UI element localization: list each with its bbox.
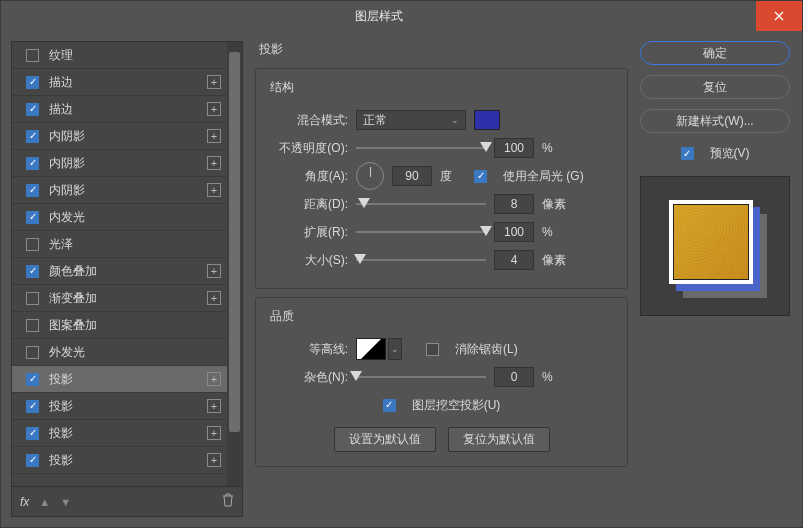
size-input[interactable]: 4 — [494, 250, 534, 270]
effect-label: 投影 — [49, 398, 207, 415]
add-effect-icon[interactable]: + — [207, 453, 221, 467]
add-effect-icon[interactable]: + — [207, 264, 221, 278]
global-light-checkbox[interactable]: 使用全局光 (G) — [474, 168, 584, 185]
effect-row[interactable]: 颜色叠加+ — [12, 258, 227, 285]
add-effect-icon[interactable]: + — [207, 156, 221, 170]
effect-checkbox[interactable] — [26, 454, 39, 467]
effects-list: 纹理描边+描边+内阴影+内阴影+内阴影+内发光光泽颜色叠加+渐变叠加+图案叠加外… — [12, 42, 242, 486]
effect-checkbox[interactable] — [26, 184, 39, 197]
add-effect-icon[interactable]: + — [207, 399, 221, 413]
blend-mode-label: 混合模式: — [270, 112, 348, 129]
effect-row[interactable]: 内阴影+ — [12, 177, 227, 204]
effect-row[interactable]: 内发光 — [12, 204, 227, 231]
effect-checkbox[interactable] — [26, 211, 39, 224]
spread-slider[interactable] — [356, 224, 486, 240]
add-effect-icon[interactable]: + — [207, 183, 221, 197]
effect-checkbox[interactable] — [26, 373, 39, 386]
effect-label: 光泽 — [49, 236, 221, 253]
opacity-input[interactable]: 100 — [494, 138, 534, 158]
effect-checkbox[interactable] — [26, 103, 39, 116]
opacity-unit: % — [542, 141, 568, 155]
effect-label: 渐变叠加 — [49, 290, 207, 307]
size-unit: 像素 — [542, 252, 568, 269]
effect-checkbox[interactable] — [26, 427, 39, 440]
knockout-label: 图层挖空投影(U) — [412, 397, 501, 414]
noise-slider[interactable] — [356, 369, 486, 385]
effect-row[interactable]: 投影+ — [12, 420, 227, 447]
new-style-button[interactable]: 新建样式(W)... — [640, 109, 790, 133]
spread-input[interactable]: 100 — [494, 222, 534, 242]
effect-checkbox[interactable] — [26, 130, 39, 143]
effect-label: 外发光 — [49, 344, 221, 361]
cancel-button[interactable]: 复位 — [640, 75, 790, 99]
effect-checkbox[interactable] — [26, 49, 39, 62]
effect-checkbox[interactable] — [26, 238, 39, 251]
effect-row[interactable]: 外发光 — [12, 339, 227, 366]
effect-checkbox[interactable] — [26, 400, 39, 413]
blend-mode-select[interactable]: 正常 ⌄ — [356, 110, 466, 130]
effect-label: 内阴影 — [49, 155, 207, 172]
trash-icon[interactable] — [222, 493, 234, 510]
effect-row[interactable]: 描边+ — [12, 69, 227, 96]
ok-button[interactable]: 确定 — [640, 41, 790, 65]
angle-input[interactable]: 90 — [392, 166, 432, 186]
noise-input[interactable]: 0 — [494, 367, 534, 387]
scrollbar-thumb[interactable] — [229, 52, 240, 432]
knockout-checkbox[interactable]: 图层挖空投影(U) — [383, 397, 501, 414]
move-down-icon[interactable]: ▼ — [60, 496, 71, 508]
add-effect-icon[interactable]: + — [207, 291, 221, 305]
angle-label: 角度(A): — [270, 168, 348, 185]
contour-label: 等高线: — [270, 341, 348, 358]
effect-label: 内发光 — [49, 209, 221, 226]
distance-unit: 像素 — [542, 196, 568, 213]
effect-checkbox[interactable] — [26, 346, 39, 359]
add-effect-icon[interactable]: + — [207, 75, 221, 89]
effect-checkbox[interactable] — [26, 157, 39, 170]
fx-menu[interactable]: fx — [20, 495, 29, 509]
effect-checkbox[interactable] — [26, 265, 39, 278]
scrollbar[interactable] — [227, 42, 242, 486]
noise-unit: % — [542, 370, 568, 384]
effect-row[interactable]: 渐变叠加+ — [12, 285, 227, 312]
shadow-color-swatch[interactable] — [474, 110, 500, 130]
effect-row[interactable]: 内阴影+ — [12, 150, 227, 177]
noise-label: 杂色(N): — [270, 369, 348, 386]
set-default-button[interactable]: 设置为默认值 — [334, 427, 436, 452]
effect-row[interactable]: 描边+ — [12, 96, 227, 123]
effect-label: 图案叠加 — [49, 317, 221, 334]
blend-mode-value: 正常 — [363, 112, 387, 129]
effect-row[interactable]: 投影+ — [12, 366, 227, 393]
checkbox-icon — [383, 399, 396, 412]
effect-label: 颜色叠加 — [49, 263, 207, 280]
effect-checkbox[interactable] — [26, 319, 39, 332]
effect-checkbox[interactable] — [26, 292, 39, 305]
effect-row[interactable]: 内阴影+ — [12, 123, 227, 150]
add-effect-icon[interactable]: + — [207, 426, 221, 440]
angle-unit: 度 — [440, 168, 466, 185]
add-effect-icon[interactable]: + — [207, 129, 221, 143]
effect-label: 内阴影 — [49, 182, 207, 199]
checkbox-icon — [426, 343, 439, 356]
contour-picker[interactable]: ⌄ — [356, 338, 402, 360]
reset-default-button[interactable]: 复位为默认值 — [448, 427, 550, 452]
angle-dial[interactable] — [356, 162, 384, 190]
quality-group: 品质 等高线: ⌄ 消除锯齿(L) 杂色(N): — [255, 297, 628, 467]
effect-row[interactable]: 光泽 — [12, 231, 227, 258]
distance-slider[interactable] — [356, 196, 486, 212]
effect-row[interactable]: 图案叠加 — [12, 312, 227, 339]
antialias-checkbox[interactable]: 消除锯齿(L) — [426, 341, 518, 358]
move-up-icon[interactable]: ▲ — [39, 496, 50, 508]
close-button[interactable] — [756, 1, 802, 31]
size-slider[interactable] — [356, 252, 486, 268]
effect-checkbox[interactable] — [26, 76, 39, 89]
add-effect-icon[interactable]: + — [207, 372, 221, 386]
effect-row[interactable]: 投影+ — [12, 447, 227, 474]
opacity-slider[interactable] — [356, 140, 486, 156]
effect-row[interactable]: 纹理 — [12, 42, 227, 69]
effect-row[interactable]: 投影+ — [12, 393, 227, 420]
close-icon — [774, 11, 784, 21]
distance-input[interactable]: 8 — [494, 194, 534, 214]
add-effect-icon[interactable]: + — [207, 102, 221, 116]
preview-checkbox[interactable]: 预览(V) — [640, 145, 790, 162]
structure-title: 结构 — [270, 79, 613, 96]
